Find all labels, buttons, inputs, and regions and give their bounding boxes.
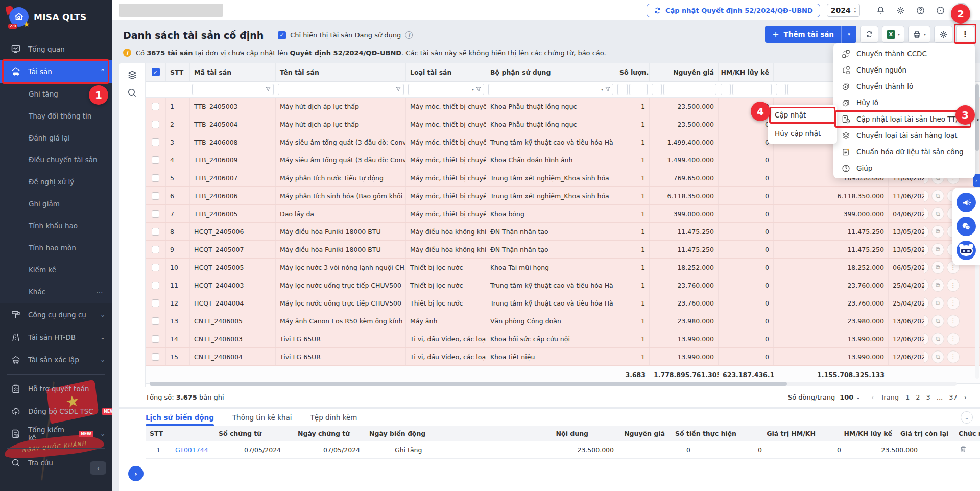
add-asset-dropdown[interactable]: ▾	[841, 26, 856, 43]
tab-attachments[interactable]: Tệp đính kèm	[310, 409, 357, 426]
page-number[interactable]: ...	[937, 393, 943, 401]
sidebar-item-established-assets[interactable]: Tài sản xác lập ⌄	[0, 348, 112, 371]
edit-icon[interactable]: ✎	[924, 279, 929, 292]
menu-item-update-asset-type[interactable]: Cập nhật loại tài sản theo TT/QĐ ›	[833, 111, 975, 127]
update-decision-button[interactable]: Cập nhật Quyết định 52/2024/QĐ-UBND	[647, 4, 820, 17]
sidebar-item-tools[interactable]: Công cụ dụng cụ ⌄	[0, 303, 112, 326]
menu-item-bulk-change-type[interactable]: Chuyển loại tài sản hàng loạt	[833, 127, 975, 144]
filter-input-name[interactable]	[278, 84, 404, 95]
filter-select-dept[interactable]: ▾	[488, 84, 613, 95]
sidebar-subitem[interactable]: Điều chuyển tài sản	[0, 149, 112, 171]
edit-icon[interactable]: ✎	[924, 297, 929, 310]
table-row[interactable]: 12 HCQT_2404004 Máy lọc nước uống trực t…	[146, 294, 980, 312]
edit-icon[interactable]: ✎	[924, 225, 929, 238]
row-checkbox[interactable]	[146, 205, 166, 222]
filter-operator-qty[interactable]: =	[617, 84, 628, 95]
col-header-type[interactable]: Loại tài sản	[406, 63, 486, 81]
horizontal-scrollbar[interactable]	[150, 382, 957, 386]
sidebar-subitem[interactable]: Kiểm kê	[0, 259, 112, 280]
edit-icon[interactable]: ✎	[924, 315, 929, 328]
search-icon[interactable]	[127, 87, 138, 98]
collapse-panel-button[interactable]: ⌄	[961, 411, 973, 424]
row-more-icon[interactable]: ⋮	[947, 333, 960, 345]
sidebar-collapse-button[interactable]: ‹	[90, 461, 106, 475]
menu-item-convert-batch[interactable]: Chuyển thành lô	[833, 78, 975, 95]
table-row[interactable]: 13 CNTT_2406005 Máy ảnh Canon Eos R50 kè…	[146, 312, 980, 330]
table-row[interactable]: 10 HCQT_2405005 Máy lọc nước 3 vòi nóng …	[146, 259, 980, 276]
year-selector[interactable]: 2024 ▴▾	[827, 4, 860, 17]
submenu-item-cancel-update[interactable]: Hủy cập nhật	[768, 124, 837, 143]
bell-icon[interactable]	[874, 4, 887, 17]
col-header-dep[interactable]: HM/KH lũy kế	[719, 63, 774, 81]
row-checkbox[interactable]	[146, 133, 166, 151]
row-checkbox[interactable]	[146, 330, 166, 347]
menu-item-help[interactable]: Giúp	[833, 160, 975, 176]
filter-input-qty[interactable]	[629, 84, 648, 95]
sidebar-item-general-inventory[interactable]: Tổng kiểm kê NEW ⌄	[0, 423, 112, 445]
filter-operator-remain[interactable]: =	[776, 84, 786, 95]
tab-history[interactable]: Lịch sử biến động	[146, 409, 214, 426]
row-checkbox[interactable]	[146, 276, 166, 294]
filter-input-code[interactable]	[192, 84, 274, 95]
copy-icon[interactable]: ⧉	[931, 315, 944, 328]
document-number-link[interactable]: GT001744	[175, 446, 208, 454]
checkbox-checked[interactable]: ✓	[278, 31, 286, 39]
copy-icon[interactable]: ⧉	[931, 207, 944, 220]
announcement-button[interactable]	[957, 193, 976, 212]
table-row[interactable]: 15 CNTT_2406004 Tivi LG 65UR Ti vi, đầu …	[146, 348, 980, 366]
edit-icon[interactable]: ✎	[924, 190, 929, 202]
page-number[interactable]: 37	[949, 393, 958, 401]
avatar[interactable]	[953, 3, 969, 18]
edit-icon[interactable]: ✎	[924, 333, 929, 345]
row-checkbox[interactable]	[146, 115, 166, 133]
col-header-dept[interactable]: Bộ phận sử dụng	[486, 63, 615, 81]
menu-item-convert-ccdc[interactable]: Chuyển thành CCDC	[833, 45, 975, 62]
row-checkbox[interactable]	[146, 187, 166, 204]
edit-icon[interactable]: ✎	[924, 243, 929, 256]
filter-operator-cost[interactable]: =	[652, 84, 662, 95]
table-row[interactable]: 9 HCQT_2405007 Máy điều hòa Funiki 18000…	[146, 241, 980, 259]
row-checkbox[interactable]	[146, 151, 166, 169]
table-row[interactable]: 8 HCQT_2405006 Máy điều hòa Funiki 18000…	[146, 223, 980, 241]
filter-select-type[interactable]: ▾	[408, 84, 484, 95]
table-row[interactable]: 14 CNTT_2406003 Tivi LG 65UR Ti vi, đầu …	[146, 330, 980, 348]
add-asset-button[interactable]: +Thêm tài sản ▾	[765, 26, 856, 43]
menu-item-standardize-data[interactable]: Chuẩn hóa dữ liệu tài sản công	[833, 144, 975, 160]
select-all-checkbox[interactable]: ✓	[146, 63, 166, 81]
copy-icon[interactable]: ⧉	[931, 350, 944, 363]
sidebar-subitem[interactable]: Đánh giá lại	[0, 127, 112, 149]
submenu-item-update[interactable]: Cập nhật	[768, 106, 837, 124]
row-more-icon[interactable]: ⋮	[947, 315, 960, 328]
history-row[interactable]: 1 GT001744 07/05/2024 07/05/2024 Ghi tăn…	[146, 441, 980, 459]
col-header-name[interactable]: Tên tài sản	[276, 63, 406, 81]
menu-item-cancel-batch[interactable]: Hủy lô	[833, 95, 975, 111]
assistant-bot-button[interactable]	[957, 241, 976, 260]
in-use-filter[interactable]: ✓ Chỉ hiển thị tài sản Đang sử dụng i	[278, 31, 413, 39]
col-header-code[interactable]: Mã tài sản	[190, 63, 276, 81]
print-button[interactable]: ▾	[908, 26, 930, 43]
delete-icon[interactable]	[960, 446, 967, 453]
horizontal-scrollbar-thumb[interactable]	[150, 382, 787, 386]
more-actions-button[interactable]: ⋮	[956, 26, 974, 43]
copy-icon[interactable]: ⧉	[931, 261, 944, 274]
edit-icon[interactable]: ✎	[924, 261, 929, 274]
next-page-button[interactable]: ›	[964, 393, 967, 401]
rows-per-page-select[interactable]: Số dòng/trang100⌄	[788, 393, 860, 401]
row-more-icon[interactable]: ⋮	[947, 279, 960, 292]
table-row[interactable]: 6 TTB_2406006 Máy phân tích sinh hóa (Ba…	[146, 187, 980, 205]
sidebar-subitem[interactable]: Thay đổi thông tin	[0, 105, 112, 127]
tab-declaration[interactable]: Thông tin kê khai	[232, 409, 292, 426]
sidebar-item-overview[interactable]: Tổng quan	[0, 38, 112, 60]
export-excel-button[interactable]: X▾	[882, 26, 904, 43]
sidebar-item-assets[interactable]: Tài sản ⌃	[0, 60, 112, 83]
row-checkbox[interactable]	[146, 98, 166, 115]
sidebar-item-infrastructure[interactable]: Tài sản HT-ĐB ⌄	[0, 326, 112, 348]
sidebar-subitem[interactable]: Tính hao mòn	[0, 237, 112, 259]
row-checkbox[interactable]	[146, 169, 166, 186]
sidebar-subitem[interactable]: Tính khấu hao	[0, 215, 112, 237]
copy-icon[interactable]: ⧉	[931, 190, 944, 202]
table-row[interactable]: 11 HCQT_2404003 Máy lọc nước uống trực t…	[146, 276, 980, 294]
row-checkbox[interactable]	[146, 223, 166, 240]
menu-item-transfer-source[interactable]: Chuyển nguồn	[833, 62, 975, 78]
col-header-stt[interactable]: STT	[166, 63, 190, 81]
